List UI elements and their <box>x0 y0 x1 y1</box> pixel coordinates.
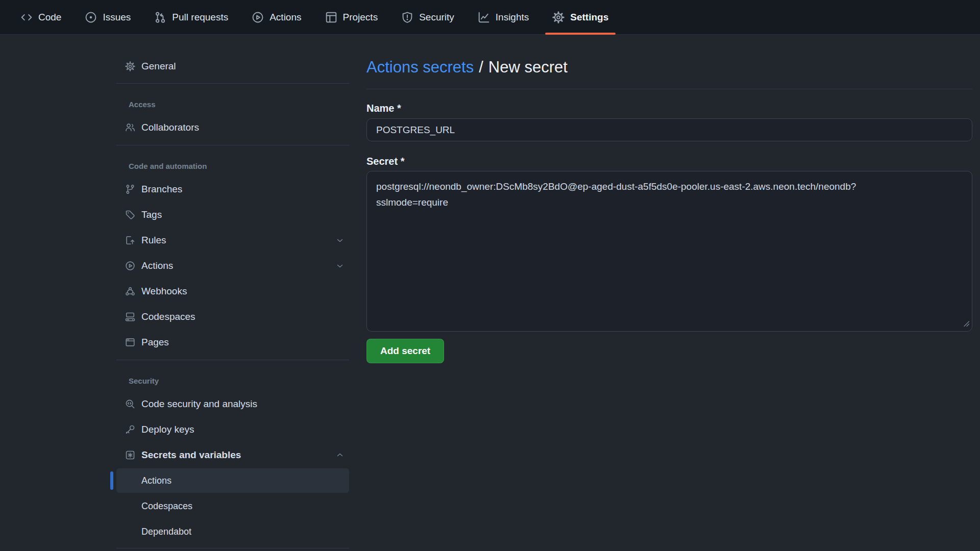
page-title-current: New secret <box>488 58 568 76</box>
nav-tab-label: Actions <box>270 12 301 23</box>
play-icon <box>252 11 264 23</box>
gear-icon <box>125 61 135 71</box>
nav-tab-code[interactable]: Code <box>12 0 69 34</box>
heading-divider <box>366 89 972 89</box>
sidebar-item-label: Deploy keys <box>141 424 194 435</box>
sidebar-item-deploy-keys[interactable]: Deploy keys <box>116 417 349 442</box>
table-icon <box>325 11 337 23</box>
nav-tab-settings[interactable]: Settings <box>544 0 617 34</box>
textarea-resize-handle[interactable] <box>962 319 970 330</box>
nav-tab-pull-requests[interactable]: Pull requests <box>146 0 236 34</box>
sidebar-section-code-and-automation: Code and automation <box>116 155 349 177</box>
sidebar-subitem-label: Actions <box>141 475 172 486</box>
tag-icon <box>125 210 135 220</box>
sidebar-item-tags[interactable]: Tags <box>116 203 349 227</box>
sidebar-item-label: Webhooks <box>141 286 187 297</box>
nav-tab-insights[interactable]: Insights <box>470 0 537 34</box>
sidebar-subitem-label: Dependabot <box>141 527 191 537</box>
breadcrumb-separator: / <box>479 58 483 76</box>
sidebar-item-codespaces[interactable]: Codespaces <box>116 305 349 329</box>
browser-icon <box>125 337 135 347</box>
nav-tab-label: Settings <box>570 12 608 23</box>
play-icon <box>125 261 135 271</box>
sidebar-subitem-codespaces[interactable]: Codespaces <box>116 494 349 518</box>
sidebar-item-actions[interactable]: Actions <box>116 254 349 278</box>
sidebar-subitem-label: Codespaces <box>141 501 192 512</box>
sidebar-subitem-dependabot[interactable]: Dependabot <box>116 519 349 544</box>
sidebar-item-label: Branches <box>141 184 182 195</box>
webhook-icon <box>125 286 135 296</box>
nav-tab-security[interactable]: Security <box>393 0 462 34</box>
shield-icon <box>401 11 413 23</box>
sidebar-item-label: Secrets and variables <box>141 449 241 461</box>
sidebar-item-label: Codespaces <box>141 311 195 322</box>
sidebar-item-branches[interactable]: Branches <box>116 177 349 202</box>
sidebar-divider <box>116 548 349 548</box>
chevron-up-icon <box>336 451 344 459</box>
sidebar-item-label: Pages <box>141 337 169 348</box>
secret-field-label: Secret * <box>366 155 972 168</box>
name-field-label: Name * <box>366 102 972 115</box>
nav-tab-actions[interactable]: Actions <box>243 0 309 34</box>
sidebar-section-security: Security <box>116 369 349 392</box>
sidebar-item-label: Code security and analysis <box>141 398 257 410</box>
add-secret-button-label: Add secret <box>380 345 430 356</box>
secret-value-textarea[interactable]: postgresql://neondb_owner:DScMb8sy2BdO@e… <box>366 171 972 332</box>
nav-tab-label: Issues <box>103 12 131 23</box>
nav-tab-label: Projects <box>343 12 378 23</box>
new-secret-panel: Actions secrets/New secret Name * Secret… <box>366 35 972 363</box>
sidebar-item-pages[interactable]: Pages <box>116 330 349 355</box>
sidebar-section-access: Access <box>116 93 349 115</box>
sidebar-divider <box>116 360 349 360</box>
sidebar-item-general[interactable]: General <box>116 54 349 79</box>
sidebar-divider <box>116 145 349 145</box>
git-branch-icon <box>125 184 135 194</box>
nav-tab-projects[interactable]: Projects <box>317 0 386 34</box>
sidebar-item-webhooks[interactable]: Webhooks <box>116 279 349 304</box>
nav-tab-issues[interactable]: Issues <box>77 0 139 34</box>
actions-secrets-breadcrumb-link[interactable]: Actions secrets <box>366 58 474 76</box>
chevron-down-icon <box>336 236 344 244</box>
codespaces-icon <box>125 312 135 322</box>
nav-tab-label: Security <box>419 12 454 23</box>
sidebar-item-collaborators[interactable]: Collaborators <box>116 115 349 140</box>
sidebar-item-label: Rules <box>141 235 166 246</box>
add-secret-button[interactable]: Add secret <box>366 339 444 363</box>
secret-name-input[interactable] <box>366 118 972 141</box>
sidebar-item-label: General <box>141 61 176 72</box>
code-icon <box>20 11 33 23</box>
secret-value-wrap: postgresql://neondb_owner:DScMb8sy2BdO@e… <box>366 171 972 332</box>
nav-tab-label: Pull requests <box>172 12 228 23</box>
gear-icon <box>552 11 565 23</box>
code-scan-icon <box>125 399 135 409</box>
chevron-down-icon <box>336 262 344 270</box>
sidebar-divider <box>116 83 349 84</box>
sidebar-item-label: Tags <box>141 209 162 220</box>
people-icon <box>125 122 135 133</box>
key-icon <box>125 424 135 435</box>
graph-icon <box>478 11 490 23</box>
sidebar-item-secrets-and-variables[interactable]: Secrets and variables <box>116 443 349 467</box>
page-title: Actions secrets/New secret <box>366 57 972 78</box>
nav-tab-label: Code <box>38 12 61 23</box>
sidebar-item-label: Collaborators <box>141 122 199 133</box>
sidebar-item-code-security[interactable]: Code security and analysis <box>116 392 349 416</box>
repo-tab-bar: Code Issues Pull requests Actions Projec… <box>0 0 980 35</box>
issue-opened-icon <box>85 11 97 23</box>
asterisk-box-icon <box>125 450 135 460</box>
sidebar-subitem-actions[interactable]: Actions <box>116 468 349 493</box>
nav-tab-label: Insights <box>496 12 529 23</box>
rules-icon <box>125 235 135 245</box>
sidebar-item-rules[interactable]: Rules <box>116 228 349 253</box>
pull-request-icon <box>154 11 166 23</box>
sidebar-item-label: Actions <box>141 260 173 271</box>
settings-sidebar: General Access Collaborators Code and au… <box>110 35 356 548</box>
